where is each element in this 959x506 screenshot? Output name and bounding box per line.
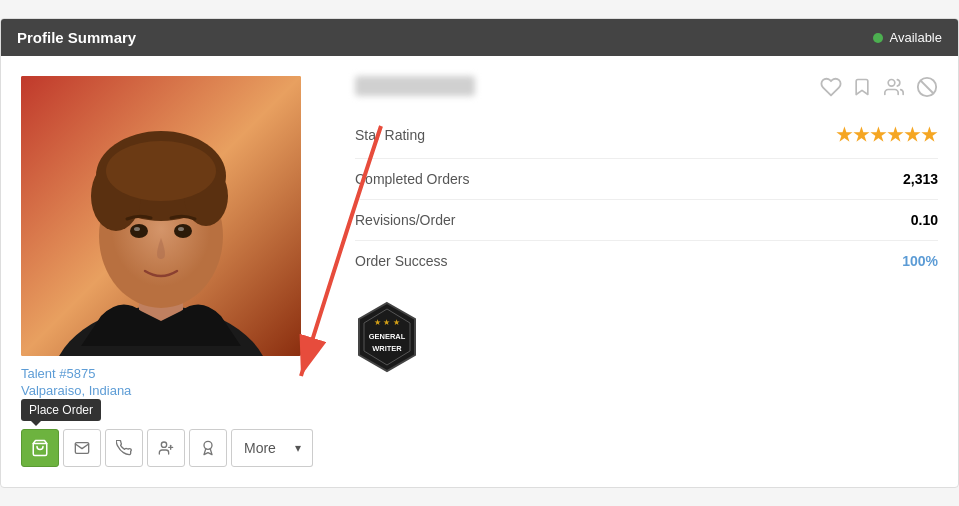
favorite-button[interactable] xyxy=(820,76,842,103)
profile-summary-card: Profile Summary Available xyxy=(0,18,959,488)
stat-value-stars: ★★★★★★ xyxy=(647,112,939,159)
svg-point-9 xyxy=(174,224,192,238)
location: Valparaiso, Indiana xyxy=(21,383,321,398)
dropdown-button[interactable]: ▾ xyxy=(285,429,313,467)
stat-row-star-rating: Star Rating ★★★★★★ xyxy=(355,112,938,159)
available-label: Available xyxy=(889,30,942,45)
group-button[interactable] xyxy=(882,77,906,102)
badge-area: ★ ★ ★ GENERAL WRITER xyxy=(355,301,938,377)
stat-label: Star Rating xyxy=(355,112,647,159)
stat-row-revisions: Revisions/Order 0.10 xyxy=(355,200,938,241)
svg-text:GENERAL: GENERAL xyxy=(369,332,406,341)
card-body: Talent #5875 Valparaiso, Indiana Doctora… xyxy=(1,56,958,487)
stat-label: Order Success xyxy=(355,241,647,282)
talent-id: Talent #5875 xyxy=(21,366,321,381)
svg-point-11 xyxy=(178,227,184,231)
email-icon xyxy=(74,440,90,456)
stats-table: Star Rating ★★★★★★ Completed Orders 2,31… xyxy=(355,112,938,281)
assign-button[interactable] xyxy=(147,429,185,467)
block-icon xyxy=(916,76,938,98)
email-button[interactable] xyxy=(63,429,101,467)
heart-icon xyxy=(820,76,842,98)
star-icons: ★★★★★★ xyxy=(836,125,938,145)
block-button[interactable] xyxy=(916,76,938,103)
right-column: Star Rating ★★★★★★ Completed Orders 2,31… xyxy=(345,76,938,467)
available-dot xyxy=(873,33,883,43)
stat-row-order-success: Order Success 100% xyxy=(355,241,938,282)
group-icon xyxy=(882,77,906,97)
top-action-icons xyxy=(820,76,938,103)
stat-label: Completed Orders xyxy=(355,159,647,200)
assign-icon xyxy=(157,440,175,456)
phone-button[interactable] xyxy=(105,429,143,467)
action-bar: Place Order xyxy=(21,429,321,467)
left-column: Talent #5875 Valparaiso, Indiana Doctora… xyxy=(21,76,321,467)
stat-value-revisions: 0.10 xyxy=(647,200,939,241)
svg-line-19 xyxy=(921,81,934,94)
svg-text:WRITER: WRITER xyxy=(372,344,402,353)
general-writer-badge: ★ ★ ★ GENERAL WRITER xyxy=(355,301,419,373)
svg-point-7 xyxy=(106,141,216,201)
svg-point-10 xyxy=(134,227,140,231)
card-title: Profile Summary xyxy=(17,29,136,46)
svg-point-16 xyxy=(204,441,212,449)
dropdown-icon: ▾ xyxy=(295,441,301,455)
stat-value-order-success: 100% xyxy=(647,241,939,282)
svg-point-8 xyxy=(130,224,148,238)
card-header: Profile Summary Available xyxy=(1,19,958,56)
profile-photo xyxy=(21,76,301,356)
user-name-blurred xyxy=(355,76,475,96)
stat-value-completed-orders: 2,313 xyxy=(647,159,939,200)
svg-point-13 xyxy=(161,442,166,447)
more-dropdown-group: More ▾ xyxy=(231,429,313,467)
svg-point-17 xyxy=(888,80,895,87)
bookmark-icon xyxy=(852,76,872,98)
stat-label: Revisions/Order xyxy=(355,200,647,241)
stat-row-completed-orders: Completed Orders 2,313 xyxy=(355,159,938,200)
badge-icon xyxy=(200,440,216,456)
cart-icon xyxy=(31,439,49,457)
badge-button[interactable] xyxy=(189,429,227,467)
available-badge: Available xyxy=(873,30,942,45)
more-label: More xyxy=(244,440,276,456)
bookmark-button[interactable] xyxy=(852,76,872,103)
place-order-container: Place Order xyxy=(21,429,59,467)
svg-text:★ ★ ★: ★ ★ ★ xyxy=(374,318,399,327)
place-order-tooltip: Place Order xyxy=(21,399,101,421)
phone-icon xyxy=(116,440,132,456)
place-order-button[interactable] xyxy=(21,429,59,467)
more-button[interactable]: More xyxy=(231,429,289,467)
